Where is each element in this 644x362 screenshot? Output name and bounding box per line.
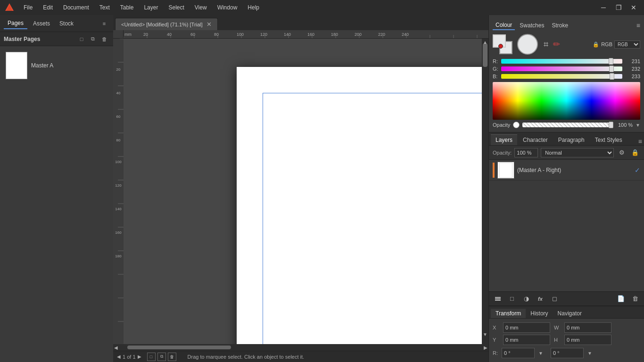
h-input[interactable] [564,335,611,345]
vertical-scroll-thumb[interactable] [483,43,487,67]
r-slider[interactable] [501,59,622,64]
master-pages-list: Master A [0,46,113,85]
colour-gradient[interactable] [493,82,640,120]
colour-panel-menu-icon[interactable]: ≡ [636,22,640,29]
eyedropper-icon[interactable]: ⌗ [544,40,548,49]
colour-circle-swatch[interactable] [517,34,538,55]
menu-file[interactable]: File [19,2,37,13]
scroll-left-arrow[interactable]: ◀ [114,345,118,350]
b-value: 233 [625,74,640,79]
menu-edit[interactable]: Edit [38,2,58,13]
add-layer-button[interactable]: 📄 [616,294,626,304]
r-slider-thumb[interactable] [609,58,613,65]
tab-character[interactable]: Character [518,135,553,145]
layers-toolbar: Opacity: Normal Multiply Screen ⚙ 🔒 [489,146,644,160]
opacity-dropdown-arrow[interactable]: ▼ [636,123,640,128]
svg-text:240: 240 [402,32,409,37]
rgb-mode-select[interactable]: RGB CMYK HSL [614,41,640,49]
opacity-track[interactable] [522,123,611,127]
r-slider-row: R: 231 [493,58,640,64]
layers-menu-icon[interactable]: ≡ [638,138,642,145]
layer-opacity-input[interactable] [514,148,538,157]
menu-text[interactable]: Text [95,2,115,13]
next-page-button[interactable]: ▶ [138,354,141,359]
tab-pages[interactable]: Pages [4,18,27,29]
delete-master-page-button[interactable]: 🗑 [99,34,109,44]
duplicate-master-page-button[interactable]: ⧉ [88,34,98,44]
add-master-page-button[interactable]: □ [76,34,87,44]
tab-stock[interactable]: Stock [56,18,77,29]
layer-adjust-button[interactable]: ◑ [521,294,531,304]
layer-item[interactable]: (Master A - Right) ✓ [489,160,644,181]
menu-document[interactable]: Document [58,2,94,13]
vertical-scrollbar[interactable]: ▼ ▲ [482,39,488,344]
prev-page-button[interactable]: ◀ [117,354,121,359]
rotation-input-2[interactable] [551,348,584,358]
tab-colour[interactable]: Colour [493,21,515,30]
menu-view[interactable]: View [190,2,212,13]
canvas-scroll[interactable]: ▼ ▲ [124,39,488,344]
layer-lock-button[interactable]: 🔒 [630,148,640,158]
opacity-row: Opacity 100 % ▼ [493,122,640,128]
tab-stroke[interactable]: Stroke [549,21,571,30]
master-page-item[interactable]: Master A [4,50,109,81]
menu-table[interactable]: Table [116,2,139,13]
close-button[interactable]: ✕ [627,2,640,13]
g-slider-thumb[interactable] [609,66,614,72]
x-input[interactable] [503,322,550,333]
horizontal-scrollbar[interactable]: ◀ ▶ [113,344,488,351]
layer-settings-button[interactable]: ⚙ [617,148,627,158]
g-slider[interactable] [501,66,622,71]
tab-layers[interactable]: Layers [491,134,517,145]
b-slider-thumb[interactable] [610,73,614,80]
document-tab[interactable]: <Untitled> [Modified] (71.1%) [Trial] ✕ [115,18,218,30]
scroll-right-arrow[interactable]: ▶ [484,345,487,350]
master-pages-label: Master Pages [4,36,74,42]
opacity-thumb[interactable] [609,122,613,128]
restore-button[interactable]: ❐ [612,2,625,13]
w-input[interactable] [564,322,611,333]
horizontal-scroll-thumb[interactable] [127,346,231,349]
lock-icon[interactable]: 🔒 [593,41,599,48]
tab-text-styles[interactable]: Text Styles [590,135,627,145]
tab-transform[interactable]: Transform [491,309,526,318]
svg-text:60: 60 [190,32,195,37]
document-tab-close[interactable]: ✕ [206,21,212,28]
rotation-dropdown-2[interactable]: ▼ [587,351,592,356]
r1-label: R: [493,350,498,356]
delete-page-button[interactable]: 🗑 [168,353,176,361]
view-mode-button-2[interactable]: ⧉ [157,353,166,361]
paint-bucket-icon[interactable]: ✏ [553,39,560,49]
tab-paragraph[interactable]: Paragraph [553,135,589,145]
svg-rect-56 [495,300,501,301]
tab-bar: <Untitled> [Modified] (71.1%) [Trial] ✕ [113,15,488,30]
svg-text:180: 180 [331,32,338,37]
svg-text:40: 40 [116,91,121,95]
tab-swatches[interactable]: Swatches [517,21,547,30]
layer-fx-button[interactable]: fx [535,294,545,304]
b-slider[interactable] [501,74,622,79]
layers-tabs: Layers Character Paragraph Text Styles ≡ [489,132,644,146]
delete-layer-button[interactable]: 🗑 [630,294,640,304]
menu-layer[interactable]: Layer [139,2,163,13]
menu-window[interactable]: Window [213,2,242,13]
layer-visibility-check[interactable]: ✓ [635,166,640,174]
menu-select[interactable]: Select [164,2,189,13]
panel-menu-icon[interactable]: ≡ [99,18,109,29]
rotation-dropdown-1[interactable]: ▼ [538,351,543,356]
new-layer-rect-button[interactable]: □ [507,294,517,304]
scroll-down-arrow[interactable]: ▼ [482,331,488,337]
minimize-button[interactable]: ─ [597,2,610,13]
tab-history[interactable]: History [526,309,553,318]
layer-mask-button[interactable]: ◻ [549,294,560,304]
rotation-input-1[interactable] [502,348,535,358]
scroll-up-arrow[interactable]: ▲ [482,39,488,45]
y-input[interactable] [503,335,550,345]
menu-help[interactable]: Help [243,2,264,13]
tab-navigator[interactable]: Navigator [553,309,586,318]
blend-mode-select[interactable]: Normal Multiply Screen [541,148,614,157]
tab-assets[interactable]: Assets [29,18,54,29]
swatch-container [493,34,512,54]
view-mode-button-1[interactable]: □ [147,353,156,361]
layers-stack-icon[interactable] [493,294,503,304]
